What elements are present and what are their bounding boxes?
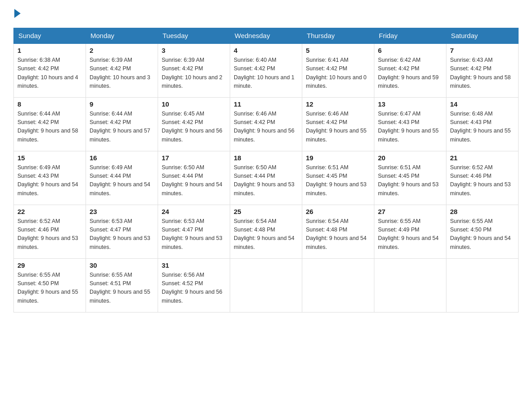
day-number: 29 [17, 261, 82, 269]
calendar-cell: 12 Sunrise: 6:46 AMSunset: 4:42 PMDaylig… [302, 97, 374, 151]
day-info: Sunrise: 6:48 AMSunset: 4:43 PMDaylight:… [450, 111, 511, 143]
day-info: Sunrise: 6:56 AMSunset: 4:52 PMDaylight:… [162, 272, 223, 304]
day-number: 18 [234, 154, 298, 162]
calendar-week-row: 15 Sunrise: 6:49 AMSunset: 4:43 PMDaylig… [14, 151, 519, 205]
column-header-monday: Monday [86, 28, 158, 44]
day-info: Sunrise: 6:45 AMSunset: 4:42 PMDaylight:… [162, 111, 223, 143]
calendar-cell: 9 Sunrise: 6:44 AMSunset: 4:42 PMDayligh… [86, 97, 158, 151]
day-number: 30 [90, 261, 154, 269]
day-info: Sunrise: 6:44 AMSunset: 4:42 PMDaylight:… [17, 111, 78, 143]
day-number: 7 [450, 47, 515, 54]
day-number: 11 [234, 100, 298, 108]
day-number: 25 [234, 208, 298, 215]
calendar-cell: 4 Sunrise: 6:40 AMSunset: 4:42 PMDayligh… [230, 43, 302, 97]
day-number: 15 [17, 154, 82, 162]
day-number: 3 [162, 47, 226, 54]
day-info: Sunrise: 6:52 AMSunset: 4:46 PMDaylight:… [17, 218, 78, 250]
calendar-cell: 23 Sunrise: 6:53 AMSunset: 4:47 PMDaylig… [86, 205, 158, 258]
day-number: 14 [450, 100, 515, 108]
day-number: 27 [378, 208, 442, 215]
day-number: 19 [306, 154, 370, 162]
calendar-cell: 8 Sunrise: 6:44 AMSunset: 4:42 PMDayligh… [14, 97, 86, 151]
day-info: Sunrise: 6:53 AMSunset: 4:47 PMDaylight:… [162, 218, 223, 250]
calendar-week-row: 29 Sunrise: 6:55 AMSunset: 4:50 PMDaylig… [14, 258, 519, 312]
column-header-friday: Friday [374, 28, 446, 44]
day-info: Sunrise: 6:55 AMSunset: 4:51 PMDaylight:… [90, 272, 150, 304]
day-info: Sunrise: 6:40 AMSunset: 4:42 PMDaylight:… [234, 57, 295, 89]
day-info: Sunrise: 6:53 AMSunset: 4:47 PMDaylight:… [90, 218, 150, 250]
day-number: 2 [90, 47, 154, 54]
calendar-cell: 20 Sunrise: 6:51 AMSunset: 4:45 PMDaylig… [374, 151, 446, 205]
calendar-cell: 11 Sunrise: 6:46 AMSunset: 4:42 PMDaylig… [230, 97, 302, 151]
calendar-cell [302, 258, 374, 312]
day-info: Sunrise: 6:50 AMSunset: 4:44 PMDaylight:… [234, 164, 295, 197]
calendar-cell: 27 Sunrise: 6:55 AMSunset: 4:49 PMDaylig… [374, 205, 446, 258]
calendar-week-row: 1 Sunrise: 6:38 AMSunset: 4:42 PMDayligh… [14, 43, 519, 97]
day-info: Sunrise: 6:49 AMSunset: 4:44 PMDaylight:… [90, 164, 150, 197]
calendar-cell: 29 Sunrise: 6:55 AMSunset: 4:50 PMDaylig… [14, 258, 86, 312]
calendar-cell: 14 Sunrise: 6:48 AMSunset: 4:43 PMDaylig… [446, 97, 519, 151]
calendar-cell: 22 Sunrise: 6:52 AMSunset: 4:46 PMDaylig… [14, 205, 86, 258]
calendar-cell: 2 Sunrise: 6:39 AMSunset: 4:42 PMDayligh… [86, 43, 158, 97]
day-number: 1 [17, 47, 82, 54]
calendar-cell: 18 Sunrise: 6:50 AMSunset: 4:44 PMDaylig… [230, 151, 302, 205]
day-number: 13 [378, 100, 442, 108]
calendar-cell: 13 Sunrise: 6:47 AMSunset: 4:43 PMDaylig… [374, 97, 446, 151]
calendar-cell: 17 Sunrise: 6:50 AMSunset: 4:44 PMDaylig… [158, 151, 230, 205]
day-info: Sunrise: 6:43 AMSunset: 4:42 PMDaylight:… [450, 57, 511, 89]
day-info: Sunrise: 6:38 AMSunset: 4:42 PMDaylight:… [17, 57, 78, 89]
day-number: 10 [162, 100, 226, 108]
logo-triangle-icon [14, 9, 21, 18]
column-header-wednesday: Wednesday [230, 28, 302, 44]
calendar-cell: 25 Sunrise: 6:54 AMSunset: 4:48 PMDaylig… [230, 205, 302, 258]
day-info: Sunrise: 6:55 AMSunset: 4:49 PMDaylight:… [378, 218, 439, 250]
day-info: Sunrise: 6:47 AMSunset: 4:43 PMDaylight:… [378, 111, 439, 143]
column-header-thursday: Thursday [302, 28, 374, 44]
day-info: Sunrise: 6:42 AMSunset: 4:42 PMDaylight:… [378, 57, 439, 89]
calendar-cell: 15 Sunrise: 6:49 AMSunset: 4:43 PMDaylig… [14, 151, 86, 205]
calendar-cell: 30 Sunrise: 6:55 AMSunset: 4:51 PMDaylig… [86, 258, 158, 312]
day-number: 12 [306, 100, 370, 108]
day-number: 21 [450, 154, 515, 162]
calendar-header-row: SundayMondayTuesdayWednesdayThursdayFrid… [14, 28, 519, 44]
calendar-cell [230, 258, 302, 312]
day-number: 20 [378, 154, 442, 162]
day-number: 28 [450, 208, 515, 215]
calendar-cell: 3 Sunrise: 6:39 AMSunset: 4:42 PMDayligh… [158, 43, 230, 97]
day-info: Sunrise: 6:51 AMSunset: 4:45 PMDaylight:… [306, 164, 367, 197]
day-number: 6 [378, 47, 442, 54]
day-number: 8 [17, 100, 82, 108]
day-info: Sunrise: 6:52 AMSunset: 4:46 PMDaylight:… [450, 164, 511, 197]
day-info: Sunrise: 6:49 AMSunset: 4:43 PMDaylight:… [17, 164, 78, 197]
column-header-tuesday: Tuesday [158, 28, 230, 44]
column-header-saturday: Saturday [446, 28, 519, 44]
calendar-table: SundayMondayTuesdayWednesdayThursdayFrid… [13, 28, 519, 313]
calendar-cell: 1 Sunrise: 6:38 AMSunset: 4:42 PMDayligh… [14, 43, 86, 97]
day-number: 17 [162, 154, 226, 162]
logo [13, 9, 21, 20]
day-number: 5 [306, 47, 370, 54]
calendar-cell: 19 Sunrise: 6:51 AMSunset: 4:45 PMDaylig… [302, 151, 374, 205]
logo-blue-container [13, 9, 21, 20]
page-header [13, 9, 519, 20]
column-header-sunday: Sunday [14, 28, 86, 44]
day-number: 23 [90, 208, 154, 215]
calendar-cell: 10 Sunrise: 6:45 AMSunset: 4:42 PMDaylig… [158, 97, 230, 151]
day-number: 22 [17, 208, 82, 215]
day-info: Sunrise: 6:54 AMSunset: 4:48 PMDaylight:… [306, 218, 367, 250]
day-info: Sunrise: 6:39 AMSunset: 4:42 PMDaylight:… [162, 57, 223, 89]
day-number: 9 [90, 100, 154, 108]
calendar-cell: 26 Sunrise: 6:54 AMSunset: 4:48 PMDaylig… [302, 205, 374, 258]
calendar-cell [446, 258, 519, 312]
day-number: 26 [306, 208, 370, 215]
calendar-cell: 16 Sunrise: 6:49 AMSunset: 4:44 PMDaylig… [86, 151, 158, 205]
calendar-cell: 6 Sunrise: 6:42 AMSunset: 4:42 PMDayligh… [374, 43, 446, 97]
calendar-cell: 21 Sunrise: 6:52 AMSunset: 4:46 PMDaylig… [446, 151, 519, 205]
calendar-cell: 5 Sunrise: 6:41 AMSunset: 4:42 PMDayligh… [302, 43, 374, 97]
day-info: Sunrise: 6:54 AMSunset: 4:48 PMDaylight:… [234, 218, 295, 250]
day-info: Sunrise: 6:51 AMSunset: 4:45 PMDaylight:… [378, 164, 439, 197]
day-info: Sunrise: 6:46 AMSunset: 4:42 PMDaylight:… [234, 111, 295, 143]
day-info: Sunrise: 6:50 AMSunset: 4:44 PMDaylight:… [162, 164, 223, 197]
calendar-week-row: 8 Sunrise: 6:44 AMSunset: 4:42 PMDayligh… [14, 97, 519, 151]
day-number: 24 [162, 208, 226, 215]
